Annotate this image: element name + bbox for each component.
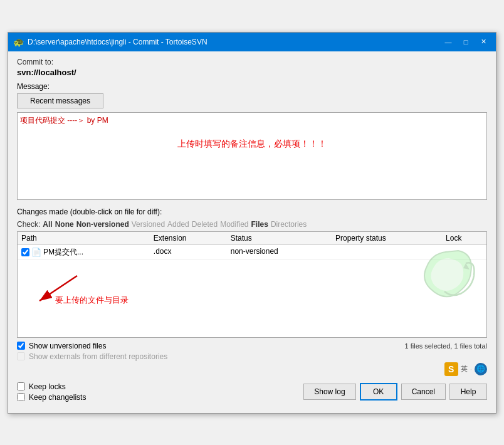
keep-locks-checkbox[interactable]	[17, 382, 25, 390]
check-bar: Check: All None Non-versioned Versioned …	[17, 220, 487, 229]
message-first-line: 项目代码提交 ----＞ by PM	[20, 115, 484, 126]
check-all[interactable]: All	[43, 220, 52, 229]
titlebar-title: 🐢 D:\server\apache\htdocs\jingli - Commi…	[13, 37, 207, 47]
col-path: Path	[18, 232, 150, 245]
check-label: Check:	[17, 220, 40, 229]
changes-section: Changes made (double-click on file for d…	[17, 207, 487, 376]
message-hint: 上传时填写的备注信息，必填项！！！	[20, 139, 484, 150]
row-path-text: PM提交代...	[43, 247, 83, 258]
row-checkbox[interactable]	[21, 248, 29, 256]
show-externals-row: Show externals from different repositori…	[17, 352, 487, 361]
minimize-button[interactable]: —	[441, 36, 456, 48]
check-nonversioned[interactable]: Non-versioned	[76, 220, 129, 229]
show-unversioned-checkbox[interactable]	[17, 342, 25, 350]
col-property-status: Property status	[332, 232, 442, 245]
message-box[interactable]: 项目代码提交 ----＞ by PM 上传时填写的备注信息，必填项！！！	[17, 112, 487, 200]
app-icon: 🐢	[13, 37, 24, 47]
window-title: D:\server\apache\htdocs\jingli - Commit …	[28, 38, 207, 46]
check-files[interactable]: Files	[251, 220, 268, 229]
show-unversioned-row: Show unversioned files 1 files selected,…	[17, 342, 487, 350]
footer-buttons: Show log OK Cancel Help	[303, 383, 487, 401]
row-property-status	[332, 244, 442, 259]
keep-locks-label: Keep locks	[29, 382, 66, 391]
ime-s-icon[interactable]: S	[444, 362, 458, 376]
ime-separator: ·	[470, 365, 472, 374]
recent-messages-button[interactable]: Recent messages	[17, 93, 103, 108]
commit-to-label: Commit to:	[17, 58, 487, 66]
file-table-container: Path Extension Status Property status Lo…	[17, 231, 487, 338]
keep-changelists-row: Keep changelists	[17, 393, 86, 402]
keep-locks-row: Keep locks	[17, 382, 86, 391]
show-log-button[interactable]: Show log	[303, 384, 355, 400]
changes-label: Changes made (double-click on file for d…	[17, 207, 487, 216]
titlebar: 🐢 D:\server\apache\htdocs\jingli - Commi…	[8, 33, 496, 51]
check-versioned: Versioned	[132, 220, 165, 229]
check-none[interactable]: None	[55, 220, 74, 229]
status-text: 1 files selected, 1 files total	[405, 342, 487, 350]
cancel-button[interactable]: Cancel	[401, 384, 446, 400]
check-deleted: Deleted	[192, 220, 218, 229]
footer-area: Keep locks Keep changelists Show log OK …	[17, 382, 487, 407]
row-lock	[442, 244, 486, 259]
ime-label: 英	[461, 364, 468, 374]
table-row[interactable]: 📄 PM提交代... .docx non-versioned	[18, 244, 486, 259]
close-button[interactable]: ✕	[476, 36, 491, 48]
show-externals-label: Show externals from different repositori…	[29, 352, 167, 361]
annotation-text: 要上传的文件与目录	[55, 295, 129, 306]
ime-globe-icon[interactable]: 🌐	[475, 363, 487, 375]
titlebar-controls: — □ ✕	[441, 36, 491, 48]
help-button[interactable]: Help	[449, 384, 487, 400]
ok-button[interactable]: OK	[360, 383, 397, 401]
check-added: Added	[167, 220, 189, 229]
file-table: Path Extension Status Property status Lo…	[18, 232, 486, 260]
footer-left: Keep locks Keep changelists	[17, 382, 86, 402]
check-directories: Directories	[271, 220, 307, 229]
row-status: non-versioned	[227, 244, 332, 259]
check-modified: Modified	[220, 220, 248, 229]
table-header-row: Path Extension Status Property status Lo…	[18, 232, 486, 245]
message-label: Message:	[17, 82, 487, 91]
show-unversioned-label: Show unversioned files	[29, 342, 106, 350]
maximize-button[interactable]: □	[458, 36, 473, 48]
show-unversioned-checkbox-row: Show unversioned files	[17, 342, 106, 350]
col-lock: Lock	[442, 232, 486, 245]
file-icon: 📄	[31, 248, 41, 257]
keep-changelists-label: Keep changelists	[29, 393, 86, 402]
col-status: Status	[227, 232, 332, 245]
show-externals-checkbox[interactable]	[17, 352, 25, 360]
commit-url: svn://localhost/	[17, 68, 487, 77]
ime-area: S 英 · 🌐	[17, 362, 487, 376]
row-extension: .docx	[150, 244, 227, 259]
main-window: 🐢 D:\server\apache\htdocs\jingli - Commi…	[8, 32, 496, 414]
keep-changelists-checkbox[interactable]	[17, 393, 25, 401]
content-area: Commit to: svn://localhost/ Message: Rec…	[8, 51, 496, 413]
row-path: 📄 PM提交代...	[18, 244, 150, 259]
col-extension: Extension	[150, 232, 227, 245]
